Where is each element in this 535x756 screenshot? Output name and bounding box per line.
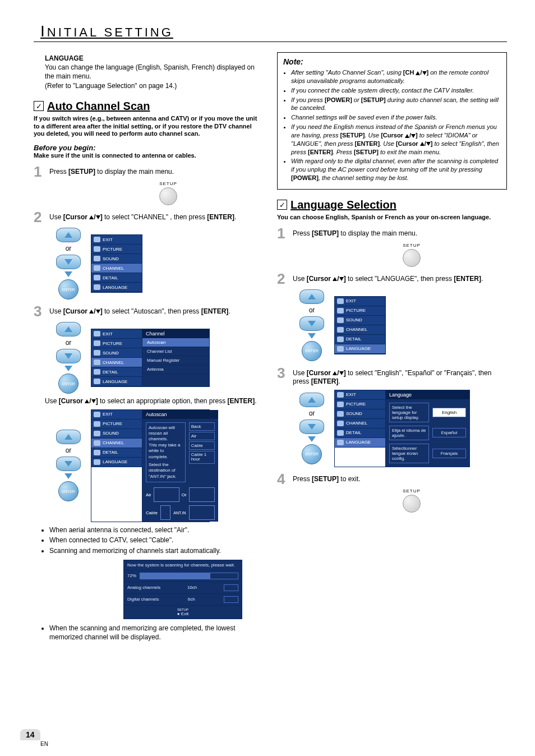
cable-label: Cable (146, 510, 158, 515)
remote-and-osd: or ENTER EXIT PICTURE SOUND CHANNEL DETA… (56, 409, 264, 523)
note-item: If you connect the cable system directly… (291, 86, 501, 95)
picture-icon (337, 402, 344, 407)
arrow-down-icon (64, 473, 72, 479)
channel-icon (94, 359, 100, 365)
osd-label: SOUND (103, 256, 119, 261)
autoscan-step-2: 2 Use [Cursor /] to select "CHANNEL" , t… (34, 210, 264, 224)
lang-text: Sélectionner langue écran config. (389, 444, 429, 463)
osd-label: SOUND (103, 431, 119, 436)
cursor-up-icon (299, 289, 324, 304)
autoscan-bullets-2: When the scanning and memorizing are com… (49, 624, 264, 642)
step-number: 3 (277, 366, 289, 386)
msg-line: Autoscan will rescan all channels. (149, 425, 183, 442)
note-list: After setting "Auto Channel Scan", using… (283, 68, 501, 182)
scan-foot: SETUP ● Exit (124, 606, 242, 619)
setup-label: SETUP (403, 243, 421, 248)
lang-pane: Select the language for setup display. E… (386, 399, 469, 467)
sound-icon (94, 256, 100, 261)
title-rest: NITIAL SETTING (47, 25, 173, 39)
air-label: Air (146, 492, 151, 497)
osd-label: CHANNEL (346, 327, 367, 332)
osd-label: SOUND (346, 411, 362, 416)
osd-label: LANGUAGE (103, 379, 127, 384)
count-box (224, 596, 238, 603)
osd-label: PICTURE (346, 308, 366, 313)
osd-item-exit: EXIT (335, 390, 385, 400)
note-item: Channel settings will be saved even if t… (291, 113, 501, 122)
osd-label: CHANNEL (103, 360, 124, 365)
lang-opt: English (432, 408, 466, 417)
osd-label: LANGUAGE (103, 459, 127, 464)
before-text: Make sure if the unit is connected to an… (34, 152, 264, 159)
osd-item-channel: CHANNEL (91, 358, 142, 367)
osd-item-sound: SOUND (91, 254, 142, 264)
right-column: Note: After setting "Auto Channel Scan",… (277, 52, 507, 645)
osd-subitem: Antenna (142, 365, 209, 374)
enter-button-icon: ENTER (302, 341, 322, 361)
scan-digital: Digital channels 6ch (124, 594, 242, 606)
osd-item-detail: DETAIL (91, 273, 142, 283)
page-lang: EN (40, 741, 48, 747)
picture-icon (94, 340, 100, 346)
language-icon (94, 379, 100, 384)
bullet: When the scanning and memorizing are com… (49, 624, 264, 642)
or-label: Or (182, 492, 187, 497)
osd-label: EXIT (346, 392, 356, 397)
langsel-intro: You can choose English, Spanish or Frenc… (277, 214, 507, 222)
cursor-down-icon (56, 457, 81, 471)
osd-item-picture: PICTURE (91, 420, 142, 429)
osd-item-exit: EXIT (335, 297, 385, 306)
lang-text: Select the language for setup display. (389, 403, 429, 422)
checkbox-icon: ✓ (277, 200, 287, 210)
checkbox-icon: ✓ (34, 101, 44, 111)
picture-icon (94, 421, 100, 427)
osd-subitem: Channel List (142, 347, 209, 356)
osd-item-sound: SOUND (335, 409, 385, 419)
setup-circle-icon (159, 187, 177, 205)
osd-label: PICTURE (103, 421, 122, 426)
osd-header: Autoscan (142, 410, 218, 419)
osd-right: Channel Autoscan Channel List Manual Reg… (142, 329, 209, 386)
osd-item-picture: PICTURE (335, 400, 385, 409)
osd-label: CHANNEL (103, 440, 124, 445)
step-body: Use [Cursor /] to select "LANGUAGE", the… (293, 271, 507, 286)
lang-row: Select the language for setup display. E… (389, 403, 466, 422)
autoscan-heading: Auto Channel Scan (47, 100, 150, 113)
osd-item-channel: CHANNEL (335, 325, 385, 335)
osd-item-sound: SOUND (91, 348, 142, 358)
osd-item-language: LANGUAGE (91, 458, 142, 467)
value: 10ch (187, 585, 197, 590)
page: INITIAL SETTING LANGUAGE You can change … (0, 0, 535, 756)
enter-button-icon: ENTER (58, 481, 79, 501)
lang-opt: Español (432, 428, 466, 437)
osd-label: LANGUAGE (346, 346, 371, 351)
note-item: With regard only to the digital channel,… (291, 157, 501, 182)
value: 6ch (188, 597, 195, 602)
sound-icon (94, 431, 100, 436)
osd-item-channel: CHANNEL (91, 439, 142, 448)
picture-icon (337, 308, 344, 314)
language-icon (94, 284, 100, 290)
picture-icon (94, 246, 100, 252)
osd-item-sound: SOUND (91, 429, 142, 439)
opt: Back (189, 422, 215, 431)
scanning-box: Now the system is scanning for channels,… (123, 560, 242, 619)
osd-label: DETAIL (103, 275, 118, 280)
osd-language-menu: EXIT PICTURE SOUND CHANNEL DETAIL LANGUA… (334, 390, 470, 467)
tv-icon (189, 505, 215, 520)
opt: Air (189, 432, 215, 440)
remote-icons: or ENTER (56, 322, 81, 394)
remote-and-osd: or ENTER EXIT PICTURE SOUND CHANNEL DETA… (299, 390, 507, 467)
osd-label: SOUND (103, 351, 119, 356)
language-label: LANGUAGE (45, 54, 264, 62)
step-body: Use [Cursor /] to select "Autoscan", the… (49, 304, 264, 319)
osd-header: Language (386, 390, 469, 399)
exit-icon (337, 392, 344, 398)
step-body: Press [SETUP] to display the main menu. (49, 164, 264, 179)
scan-progress: 72% (124, 570, 242, 582)
channel-icon (337, 327, 344, 333)
step-body: Press [SETUP] to exit. (293, 472, 507, 486)
left-column: LANGUAGE You can change the language (En… (34, 52, 264, 645)
osd-label: LANGUAGE (346, 440, 371, 445)
tv-icon (189, 487, 215, 502)
